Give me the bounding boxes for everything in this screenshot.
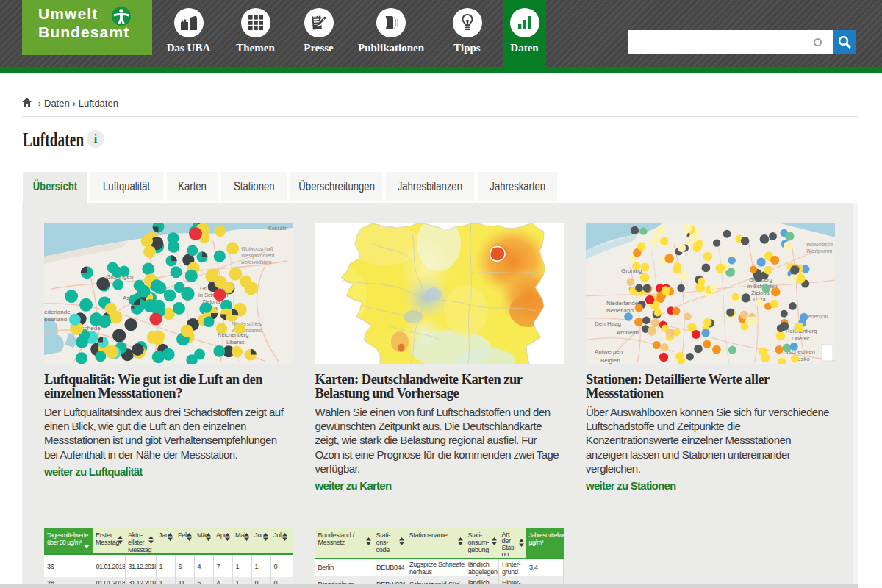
svg-text:Liberec: Liberec [792,335,810,342]
svg-text:Den Haag: Den Haag [595,320,621,327]
svg-text:ederland: ederland [44,316,67,323]
svg-text:Antwerpen: Antwerpen [595,348,623,355]
svg-text:Woiwodsch: Woiwodsch [806,242,833,247]
svg-text:Westpommern: Westpommern [241,253,274,259]
svg-text:Koszalin: Koszalin [268,226,288,231]
svg-text:ederlande: ederlande [44,309,71,315]
svg-text:Arnheim: Arnheim [617,329,639,336]
svg-text:wojewódstwo: wojewódstwo [241,259,272,265]
svg-text:Liberec: Liberec [226,339,245,345]
svg-text:Woiwodschaft: Woiwodschaft [241,246,274,251]
svg-text:Westpomm: Westpomm [806,248,832,254]
svg-text:Niederlande: Niederlande [606,300,639,306]
svg-text:Belgien: Belgien [600,357,620,364]
